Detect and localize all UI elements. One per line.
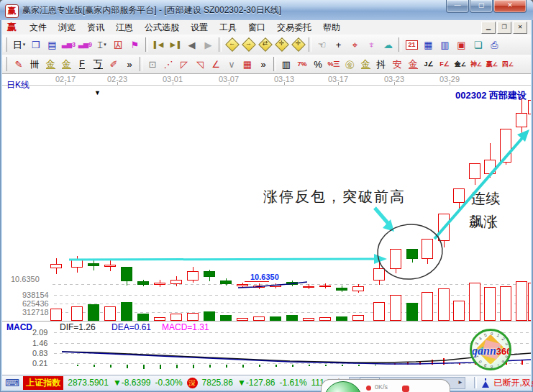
- pen-measure-button[interactable]: 抖: [373, 56, 389, 72]
- menu-gann[interactable]: 江恩: [110, 20, 139, 35]
- menu-formula-stockpick[interactable]: 公式选股: [139, 20, 185, 35]
- gold-circle-button[interactable]: ㊎: [342, 56, 357, 72]
- gold-angle-button[interactable]: 金∠: [452, 56, 468, 72]
- hook-grid-button[interactable]: 丂: [90, 56, 106, 72]
- grid-tool-button[interactable]: 卌: [27, 56, 42, 72]
- mdi-minimize-button[interactable]: ▁: [481, 22, 496, 34]
- connection-icon[interactable]: [481, 378, 490, 388]
- keyboard-icon[interactable]: ⌨: [5, 378, 19, 388]
- drawing-frame-button[interactable]: 囚: [110, 37, 127, 53]
- f10-info-button[interactable]: ▤: [44, 37, 60, 53]
- j-angle-button[interactable]: J∠: [421, 56, 437, 72]
- flag-analysis-button[interactable]: ⚑: [127, 37, 143, 53]
- bars-3-button[interactable]: ▃▅3: [60, 37, 77, 53]
- brain-cloud-button[interactable]: ☁: [380, 37, 396, 53]
- next-page-button[interactable]: ▶: [200, 37, 217, 53]
- period-day-button[interactable]: 日▾: [11, 37, 27, 53]
- save-button[interactable]: ▣: [453, 37, 470, 53]
- crosshair-tool-button[interactable]: +: [330, 37, 347, 53]
- yellow-diamond-arrow-3-button[interactable]: ⇄: [257, 37, 273, 53]
- yellow-diamond-arrow-1-button[interactable]: ←: [224, 37, 240, 53]
- hand-tool-button[interactable]: ☜: [314, 37, 330, 53]
- zigzag-button[interactable]: ∨: [224, 56, 240, 72]
- scroll-right-arrow[interactable]: ►: [455, 378, 465, 387]
- menu-tools[interactable]: 工具: [214, 20, 242, 35]
- angle-compass-button[interactable]: ✐: [106, 56, 122, 72]
- f-angle-button[interactable]: F∠: [437, 56, 452, 72]
- ying-angle-button[interactable]: 赢∠: [484, 56, 500, 72]
- candle-body: [187, 271, 199, 281]
- candle-body: [154, 283, 165, 285]
- kline-stats-button[interactable]: ▥: [278, 56, 294, 72]
- yellow-diamond-arrow-2-button[interactable]: →: [240, 37, 257, 53]
- menu-settings[interactable]: 设置: [185, 20, 214, 35]
- percent-7-button[interactable]: 7%: [294, 56, 310, 72]
- f-grid-button[interactable]: F: [74, 56, 90, 72]
- compass-pen-button[interactable]: ✎: [11, 56, 27, 72]
- sz-market-icon[interactable]: 深: [187, 378, 198, 388]
- overflow-1-button[interactable]: »: [122, 56, 137, 72]
- calendar-21-button[interactable]: 21: [404, 37, 420, 53]
- gann-fan-button[interactable]: ⋰: [160, 56, 176, 72]
- shen-angle-button[interactable]: 神∠: [468, 56, 484, 72]
- green-orb-icon[interactable]: [324, 381, 363, 392]
- notes-button[interactable]: ▥: [437, 37, 453, 53]
- menu-news[interactable]: 资讯: [81, 20, 110, 35]
- menu-help[interactable]: 帮助: [317, 20, 346, 35]
- calculator-button[interactable]: ▦: [420, 37, 437, 53]
- macd-pane-title[interactable]: MACD: [6, 322, 32, 332]
- period-label[interactable]: 日K线: [6, 79, 29, 91]
- candle-style-button[interactable]: ⌶▾: [94, 37, 110, 53]
- dropdown-arrow-icon[interactable]: ▾: [23, 42, 26, 47]
- angle-lines-button[interactable]: ∠: [208, 56, 224, 72]
- gold-grid-1-button[interactable]: 金: [42, 56, 58, 72]
- pointer-mark-button[interactable]: ⌖: [347, 37, 363, 53]
- toolbar-grip[interactable]: [4, 57, 7, 71]
- period-dropdown-icon[interactable]: ▼: [94, 89, 101, 96]
- volume-bar: [516, 281, 527, 321]
- pane-separator-line: [2, 321, 531, 322]
- minimize-button[interactable]: —: [446, 0, 469, 13]
- close-button[interactable]: ✕: [493, 0, 527, 13]
- maximize-button[interactable]: ▢: [470, 0, 493, 13]
- red-grid-button[interactable]: ▦: [240, 56, 255, 72]
- printer-button[interactable]: ⎙: [486, 37, 503, 53]
- toolbar-grip[interactable]: [4, 37, 7, 52]
- an-box-button[interactable]: 安: [389, 56, 405, 72]
- box-fan-2-button[interactable]: ◹: [192, 56, 208, 72]
- toolbar-separator: [309, 37, 311, 52]
- bars-9-button[interactable]: ▃▅9: [77, 37, 94, 53]
- copy-globe-button[interactable]: ❏: [470, 37, 486, 53]
- percent-button[interactable]: %: [310, 56, 326, 72]
- yellow-diamond-arrow-4-button[interactable]: ✛: [273, 37, 290, 53]
- volume-bar: [286, 315, 298, 321]
- menu-trade[interactable]: 交易委托: [271, 20, 317, 35]
- yellow-diamond-arrow-5-button[interactable]: ✛: [290, 37, 306, 53]
- percent-three-button[interactable]: %三: [326, 56, 342, 72]
- menu-file[interactable]: 文件: [24, 20, 53, 35]
- gold-red-button[interactable]: 金: [405, 56, 421, 72]
- sh-index-badge[interactable]: 上证指数: [23, 376, 63, 390]
- si-angle-button[interactable]: 四∠: [500, 56, 516, 72]
- mdi-restore-button[interactable]: ❐: [497, 22, 511, 34]
- menu-browse[interactable]: 浏览: [53, 20, 81, 35]
- chart-region[interactable]: 02-1702-2303-0103-0703-1303-1703-2303-29…: [2, 73, 531, 375]
- title-bar[interactable]: 赢 赢家江恩专业版[赢家内部服务平台] - [西部建设 SZ002302-30日…: [0, 0, 533, 20]
- gold-grid-2-button[interactable]: 金: [58, 56, 74, 72]
- first-page-button[interactable]: ▌◀: [150, 37, 167, 53]
- volume-bar: [500, 286, 511, 321]
- prev-page-button[interactable]: ◀: [183, 37, 200, 53]
- prev-page-icon: ◀: [188, 40, 196, 50]
- statue-tool-button[interactable]: ♆: [363, 37, 380, 53]
- multi-chart-button[interactable]: ❒: [27, 37, 44, 53]
- box-frame-button[interactable]: ⊡: [145, 56, 160, 72]
- dropdown-arrow-icon[interactable]: ▾: [104, 42, 106, 47]
- box-fan-1-button[interactable]: ◸: [176, 56, 192, 72]
- connection-status-text[interactable]: 已断开,双点打开.: [493, 377, 533, 389]
- overflow-2-button[interactable]: »: [255, 56, 271, 72]
- speed-popup-window[interactable]: 0K/s: [321, 379, 450, 392]
- last-page-button[interactable]: ▶▐: [167, 37, 183, 53]
- mdi-close-button[interactable]: ✕: [513, 22, 527, 34]
- gold-underline-button[interactable]: 金: [357, 56, 373, 72]
- menu-window[interactable]: 窗口: [242, 20, 271, 35]
